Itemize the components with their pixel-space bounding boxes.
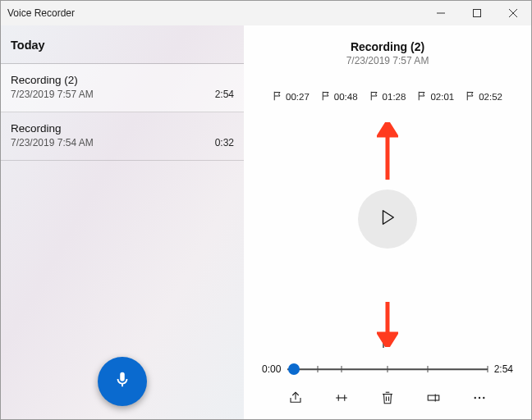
svg-rect-1 (428, 395, 439, 400)
seek-tick (388, 366, 388, 372)
add-bookmark-button[interactable] (244, 336, 531, 352)
title-bar: Voice Recorder (1, 1, 531, 25)
record-button[interactable] (98, 357, 147, 406)
seek-thumb[interactable] (288, 363, 300, 375)
svg-point-3 (479, 397, 480, 399)
recordings-sidebar: Today Recording (2) 7/23/2019 7:57 AM 2:… (1, 25, 244, 419)
recording-date: 7/23/2019 7:54 AM (11, 137, 215, 148)
svg-rect-0 (474, 10, 481, 17)
content-area: Today Recording (2) 7/23/2019 7:57 AM 2:… (1, 25, 531, 419)
app-title: Voice Recorder (7, 7, 75, 19)
recording-item[interactable]: Recording (2) 7/23/2019 7:57 AM 2:54 (1, 64, 244, 112)
recording-title: Recording (2) (244, 40, 531, 53)
timeline: 0:00 2:54 (244, 362, 531, 377)
player-panel: Recording (2) 7/23/2019 7:57 AM 00:27 00… (244, 25, 531, 419)
section-today-header: Today (1, 25, 244, 64)
recording-subtitle: 7/23/2019 7:57 AM (244, 55, 531, 66)
trash-icon (380, 390, 395, 409)
flag-icon (273, 91, 282, 103)
play-area (244, 103, 531, 336)
delete-button[interactable] (379, 391, 396, 408)
bookmark[interactable]: 02:01 (417, 91, 454, 103)
flag-icon (321, 91, 331, 103)
app-window: Voice Recorder Today Recording (2) 7/23/… (0, 0, 532, 420)
seek-bar[interactable] (287, 362, 487, 377)
play-icon (378, 207, 397, 231)
trim-icon (334, 390, 349, 409)
rename-icon (426, 390, 441, 409)
bookmark-time: 02:01 (430, 92, 454, 102)
recording-duration: 0:32 (215, 137, 234, 148)
flag-icon (466, 91, 475, 103)
bookmarks-row: 00:27 00:48 01:28 02:01 02:52 (244, 91, 531, 103)
bookmark-time: 01:28 (383, 92, 406, 102)
svg-point-4 (483, 397, 484, 399)
bookmark-time: 02:52 (479, 92, 502, 102)
flag-icon (369, 91, 379, 103)
flag-icon (417, 91, 427, 103)
bookmark-time: 00:48 (334, 92, 358, 102)
bookmark[interactable]: 02:52 (466, 91, 502, 103)
recording-name: Recording (11, 122, 215, 135)
rename-button[interactable] (425, 391, 442, 408)
seek-tick (342, 366, 342, 372)
bookmark[interactable]: 00:27 (273, 91, 310, 103)
seek-tick (427, 366, 428, 372)
recording-duration: 2:54 (215, 89, 234, 100)
play-button[interactable] (358, 189, 417, 249)
seek-tick (487, 366, 488, 372)
bookmark[interactable]: 01:28 (369, 91, 406, 103)
close-button[interactable] (495, 1, 531, 25)
bookmark[interactable]: 00:48 (321, 91, 358, 103)
action-bar (244, 377, 531, 419)
recording-item[interactable]: Recording 7/23/2019 7:54 AM 0:32 (1, 112, 244, 161)
flag-icon (381, 337, 394, 351)
total-time: 2:54 (494, 363, 513, 375)
seek-tick (317, 366, 318, 372)
maximize-button[interactable] (459, 1, 495, 25)
share-icon (288, 390, 303, 409)
minimize-button[interactable] (423, 1, 459, 25)
more-button[interactable] (471, 391, 488, 408)
trim-button[interactable] (333, 391, 350, 408)
bookmark-time: 00:27 (286, 92, 310, 102)
current-time: 0:00 (262, 363, 281, 375)
microphone-icon (113, 371, 131, 392)
ellipsis-icon (472, 390, 487, 409)
recording-date: 7/23/2019 7:57 AM (11, 89, 215, 100)
share-button[interactable] (287, 391, 304, 408)
svg-point-2 (475, 397, 476, 399)
recording-name: Recording (2) (11, 74, 215, 86)
